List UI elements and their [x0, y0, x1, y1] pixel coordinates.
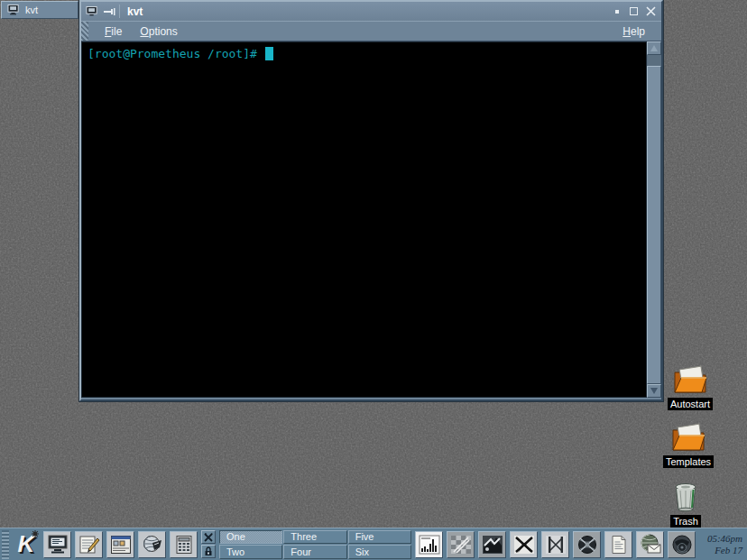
session-buttons — [201, 530, 216, 558]
maximize-button[interactable] — [627, 5, 641, 18]
clock-date: Feb 17 — [707, 545, 742, 556]
desktop-icon-autostart[interactable]: Autostart — [661, 364, 719, 410]
window-menu-icon[interactable] — [85, 5, 98, 18]
mail-launcher[interactable] — [636, 531, 664, 558]
menu-file[interactable]: File — [96, 23, 131, 41]
close-button[interactable] — [644, 5, 658, 18]
kvt-window: kvt File Options Help [root@Prometheus /… — [79, 0, 663, 401]
globe-tools-launcher[interactable] — [573, 531, 601, 558]
panel-hide-handle[interactable] — [2, 530, 9, 559]
dialer-launcher[interactable] — [668, 531, 696, 558]
black-x-icon — [513, 535, 535, 555]
taskbar-button-kvt[interactable]: kvt — [1, 1, 78, 19]
pager-desktop-four[interactable]: Four — [283, 545, 346, 559]
menubar-drag-handle[interactable] — [81, 22, 88, 41]
folder-icon — [669, 422, 707, 453]
menu-help[interactable]: Help — [613, 23, 654, 41]
desktop-icon-label: Autostart — [668, 398, 713, 410]
left-launchers — [43, 531, 198, 558]
desktop-icon-templates[interactable]: Templates — [659, 422, 717, 468]
sticky-pin-icon[interactable] — [102, 5, 115, 18]
scrollbar-thumb[interactable] — [647, 66, 661, 384]
image-app-launcher[interactable] — [478, 531, 506, 558]
minimize-button[interactable] — [610, 5, 623, 18]
pager-desktop-two[interactable]: Two — [219, 545, 282, 559]
lock-screen-button[interactable] — [201, 545, 216, 558]
pager-desktop-three[interactable]: Three — [283, 530, 346, 545]
terminal-icon — [47, 535, 69, 555]
desktop-icon-trash[interactable]: Trash — [657, 482, 715, 528]
frame-x-icon — [545, 535, 567, 555]
shell-prompt: [root@Prometheus /root]# — [88, 47, 257, 60]
scrollbar-track[interactable] — [647, 55, 661, 384]
document-launcher[interactable] — [604, 531, 632, 558]
pager-desktop-one[interactable]: One — [219, 530, 282, 545]
notepad-pencil-icon — [78, 535, 100, 555]
window-title: kvt — [124, 5, 606, 18]
logout-button[interactable] — [201, 530, 216, 544]
kde-panel: K — [0, 528, 747, 560]
down-arrow-icon — [650, 388, 658, 394]
folder-icon — [671, 364, 709, 395]
kfm-window-icon — [110, 535, 132, 555]
globe-tools-icon — [576, 535, 598, 555]
close-icon — [646, 6, 656, 16]
frame-app-launcher[interactable] — [541, 531, 569, 558]
up-arrow-icon — [650, 45, 658, 51]
terminal-cursor — [265, 47, 273, 60]
games-launcher[interactable] — [447, 531, 475, 558]
clock-time: 05:46pm — [707, 533, 742, 545]
minimize-icon — [615, 10, 619, 14]
desktop-icon-label: Trash — [670, 515, 701, 528]
file-manager-launcher[interactable] — [106, 531, 134, 558]
checker-grid-icon — [450, 535, 472, 555]
padlock-icon — [204, 546, 213, 556]
pager-desktop-six[interactable]: Six — [348, 545, 411, 559]
paint-splash-icon — [482, 535, 503, 555]
phone-icon — [670, 534, 694, 555]
taskbar-button-label: kvt — [25, 5, 38, 15]
scroll-up-button[interactable] — [647, 41, 661, 55]
x-app-launcher[interactable] — [510, 531, 538, 558]
menubar: File Options Help — [81, 21, 661, 41]
trash-can-icon — [672, 482, 699, 512]
news-globe-icon — [142, 535, 163, 555]
bar-chart-icon — [419, 535, 440, 555]
menu-options[interactable]: Options — [131, 23, 186, 41]
document-icon — [608, 535, 630, 555]
calculator-launcher[interactable] — [170, 531, 198, 558]
titlebar-divider — [119, 5, 120, 18]
chart-launcher[interactable] — [415, 531, 443, 558]
text-editor-launcher[interactable] — [75, 531, 103, 558]
gear-icon — [32, 530, 39, 537]
desktop-pager: One Two Three Four Five Six — [219, 530, 411, 559]
right-launchers — [415, 531, 696, 558]
panel-clock: 05:46pm Feb 17 — [707, 533, 742, 556]
terminal-area: [root@Prometheus /root]# — [81, 41, 661, 398]
maximize-icon — [630, 7, 638, 15]
titlebar[interactable]: kvt — [81, 2, 661, 21]
logout-x-icon — [204, 533, 213, 542]
k-menu-button[interactable]: K — [13, 530, 40, 559]
news-launcher[interactable] — [138, 531, 166, 558]
terminal-scrollbar[interactable] — [647, 41, 661, 398]
terminal-screen[interactable]: [root@Prometheus /root]# — [81, 41, 647, 398]
pager-desktop-five[interactable]: Five — [348, 530, 411, 545]
scroll-down-button[interactable] — [647, 384, 661, 398]
desktop[interactable]: kvt kvt — [0, 0, 747, 560]
terminal-window-icon — [7, 5, 20, 15]
terminal-launcher[interactable] — [43, 531, 71, 558]
mail-globe-icon — [639, 534, 662, 555]
calculator-icon — [173, 535, 195, 555]
desktop-icon-label: Templates — [663, 455, 714, 468]
